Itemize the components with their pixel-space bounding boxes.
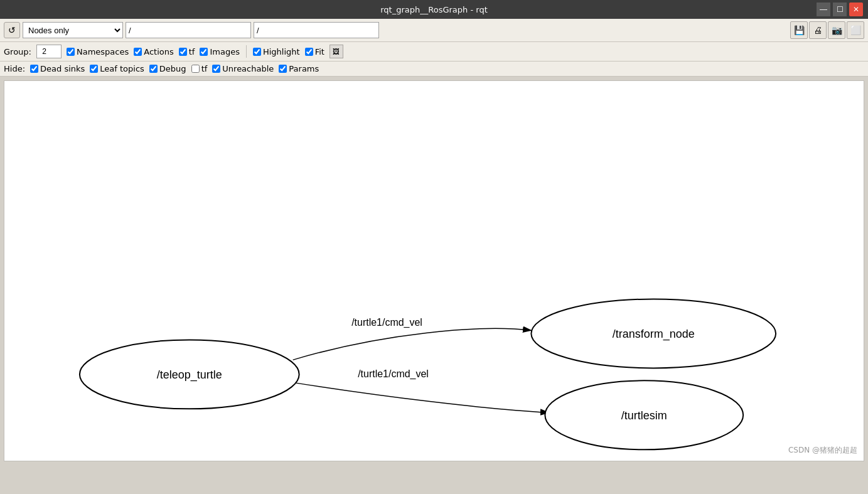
filter-input-1[interactable] — [126, 22, 251, 38]
refresh-icon: ↺ — [8, 25, 16, 35]
params-checkbox[interactable] — [279, 65, 287, 73]
save-image-button[interactable]: 💾 — [790, 21, 808, 39]
params-label[interactable]: Params — [279, 64, 319, 73]
minimize-button[interactable]: — — [817, 3, 830, 16]
tf-label-2[interactable]: tf — [179, 47, 195, 56]
namespaces-label[interactable]: Namespaces — [67, 47, 129, 56]
debug-label[interactable]: Debug — [149, 64, 186, 73]
tf-checkbox-2[interactable] — [179, 48, 187, 56]
group-control — [36, 45, 62, 58]
debug-checkbox[interactable] — [149, 65, 158, 73]
screenshot-button[interactable]: 📷 — [828, 21, 845, 39]
images-checkbox[interactable] — [200, 48, 208, 56]
window-controls: — ☐ ✕ — [817, 3, 863, 16]
image-icon: 🖼 — [333, 48, 340, 55]
toolbar-row2: Group: Namespaces Actions tf Images High… — [0, 42, 868, 62]
actions-label[interactable]: Actions — [134, 47, 174, 56]
node-turtlesim-label: /turtlesim — [621, 409, 667, 422]
group-label: Group: — [4, 47, 31, 56]
actions-checkbox[interactable] — [134, 48, 142, 56]
close-button[interactable]: ✕ — [849, 3, 863, 16]
hide-label: Hide: — [4, 64, 25, 73]
leaf-topics-checkbox[interactable] — [90, 65, 98, 73]
edge-label-2: /turtle1/cmd_vel — [358, 368, 429, 380]
graph-svg: /turtle1/cmd_vel /turtle1/cmd_vel /teleo… — [4, 81, 864, 461]
display-mode-select[interactable]: Nodes only Nodes/Topics (all) Nodes/Topi… — [23, 22, 123, 38]
edge-teleop-to-transform — [293, 328, 532, 360]
edge-label-1: /turtle1/cmd_vel — [351, 317, 422, 328]
toolbar-row1: ↺ Nodes only Nodes/Topics (all) Nodes/To… — [0, 19, 868, 42]
refresh-button[interactable]: ↺ — [4, 22, 20, 38]
watermark: CSDN @猪猪的超超 — [788, 445, 857, 456]
fit-label[interactable]: Fit — [305, 47, 324, 56]
node-teleop-turtle-label: /teleop_turtle — [157, 368, 222, 382]
tf-label-3[interactable]: tf — [191, 64, 208, 73]
maximize-button[interactable]: ☐ — [833, 3, 847, 16]
highlight-label[interactable]: Highlight — [253, 47, 300, 56]
group-spinbox[interactable] — [36, 45, 62, 58]
leaf-topics-label[interactable]: Leaf topics — [90, 64, 144, 73]
fullscreen-icon: ⬜ — [850, 25, 861, 35]
fullscreen-button[interactable]: ⬜ — [847, 21, 864, 39]
node-transform-label: /transform_node — [613, 328, 695, 341]
dead-sinks-label[interactable]: Dead sinks — [30, 64, 85, 73]
fit-checkbox[interactable] — [305, 48, 313, 56]
images-label[interactable]: Images — [200, 47, 240, 56]
divider1 — [246, 45, 247, 58]
namespaces-checkbox[interactable] — [67, 48, 75, 56]
titlebar: rqt_graph__RosGraph - rqt — ☐ ✕ — [0, 0, 868, 19]
highlight-checkbox[interactable] — [253, 48, 261, 56]
window-title: rqt_graph__RosGraph - rqt — [380, 5, 488, 14]
edge-teleop-to-turtlesim — [293, 382, 549, 412]
unreachable-label[interactable]: Unreachable — [212, 64, 274, 73]
unreachable-checkbox[interactable] — [212, 65, 220, 73]
image-icon-button[interactable]: 🖼 — [330, 45, 343, 58]
tf-checkbox-3[interactable] — [191, 65, 200, 73]
camera-icon: 📷 — [832, 25, 842, 35]
print-icon: 🖨 — [813, 25, 822, 35]
save-icon: 💾 — [794, 25, 805, 35]
print-button[interactable]: 🖨 — [809, 21, 827, 39]
toolbar-row3: Hide: Dead sinks Leaf topics Debug tf Un… — [0, 62, 868, 77]
graph-area[interactable]: /turtle1/cmd_vel /turtle1/cmd_vel /teleo… — [4, 80, 864, 461]
filter-input-2[interactable] — [254, 22, 379, 38]
dead-sinks-checkbox[interactable] — [30, 65, 38, 73]
toolbar-right-icons: 💾 🖨 📷 ⬜ — [790, 21, 864, 39]
